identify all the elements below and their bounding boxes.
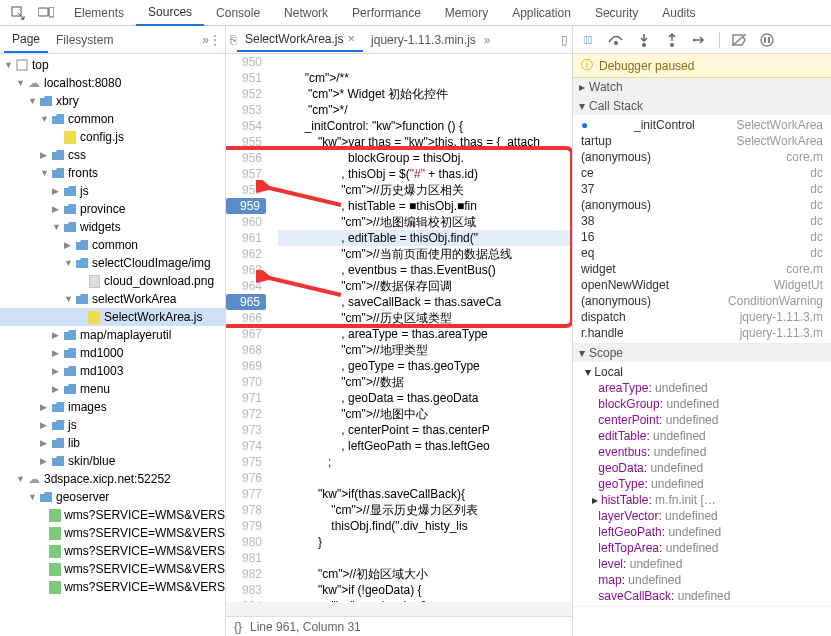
- gutter-line[interactable]: 955: [226, 134, 262, 150]
- gutter-line[interactable]: 951: [226, 70, 262, 86]
- gutter-line[interactable]: 978: [226, 502, 262, 518]
- tree-twisty-icon[interactable]: ▶: [52, 384, 62, 394]
- step-over-icon[interactable]: [607, 31, 625, 49]
- scope-variable[interactable]: map: undefined: [577, 572, 827, 588]
- gutter-line[interactable]: 960: [226, 214, 262, 230]
- gutter-line[interactable]: 967: [226, 326, 262, 342]
- tree-node[interactable]: ▼widgets: [0, 218, 225, 236]
- code-line[interactable]: "cm">//地图编辑校初区域: [278, 214, 572, 230]
- code-line[interactable]: _initControl: "kw">function () {: [278, 118, 572, 134]
- code-editor[interactable]: 9509519529539549559569579589599609619629…: [226, 54, 572, 602]
- gutter-line[interactable]: 971: [226, 390, 262, 406]
- scope-variable[interactable]: geoType: undefined: [577, 476, 827, 492]
- close-icon[interactable]: ×: [347, 31, 355, 46]
- gutter-line[interactable]: 982: [226, 566, 262, 582]
- more-files-icon[interactable]: »: [484, 33, 491, 47]
- scope-variable[interactable]: areaType: undefined: [577, 380, 827, 396]
- file-tree[interactable]: ▼top▼☁localhost:8080▼xbry▼commonconfig.j…: [0, 54, 225, 636]
- topnav-tab-elements[interactable]: Elements: [62, 0, 136, 26]
- tree-twisty-icon[interactable]: ▶: [40, 402, 50, 412]
- code-line[interactable]: "cm">//历史区域类型: [278, 310, 572, 326]
- callstack-frame[interactable]: _initControlSelectWorkArea: [577, 117, 827, 133]
- gutter-line[interactable]: 973: [226, 422, 262, 438]
- scope-variable[interactable]: blockGroup: undefined: [577, 396, 827, 412]
- code-line[interactable]: "kw">if(thas.saveCallBack){: [278, 486, 572, 502]
- gutter-line[interactable]: 968: [226, 342, 262, 358]
- file-tab[interactable]: jquery-1.11.3.min.js: [363, 28, 484, 52]
- code-line[interactable]: "cm">* Widget 初始化控件: [278, 86, 572, 102]
- scope-variable[interactable]: ▸ histTable: m.fn.init […: [577, 492, 827, 508]
- code-line[interactable]: [278, 54, 572, 70]
- code-line[interactable]: , leftGeoPath = thas.leftGeo: [278, 438, 572, 454]
- nav-back-icon[interactable]: ⎘: [230, 33, 237, 47]
- code-line[interactable]: ;: [278, 454, 572, 470]
- callstack-frame[interactable]: tartupSelectWorkArea: [577, 133, 827, 149]
- tree-node[interactable]: ▶md1003: [0, 362, 225, 380]
- inspect-icon[interactable]: [6, 1, 30, 25]
- callstack-frame[interactable]: openNewWidgetWidgetUt: [577, 277, 827, 293]
- topnav-tab-network[interactable]: Network: [272, 0, 340, 26]
- tree-node[interactable]: ▼common: [0, 110, 225, 128]
- gutter-line[interactable]: 963: [226, 262, 262, 278]
- scope-variable[interactable]: leftGeoPath: undefined: [577, 524, 827, 540]
- code-line[interactable]: "kw">var level = 2;: [278, 598, 572, 602]
- topnav-tab-sources[interactable]: Sources: [136, 0, 204, 26]
- gutter-line[interactable]: 969: [226, 358, 262, 374]
- code-line[interactable]: "cm">//地理类型: [278, 342, 572, 358]
- tree-twisty-icon[interactable]: ▶: [40, 150, 50, 160]
- tree-twisty-icon[interactable]: ▶: [52, 204, 62, 214]
- left-tab-page[interactable]: Page: [4, 27, 48, 53]
- code-line[interactable]: [278, 470, 572, 486]
- pause-exceptions-icon[interactable]: [758, 31, 776, 49]
- tree-node[interactable]: ▼top: [0, 56, 225, 74]
- tree-twisty-icon[interactable]: ▶: [64, 240, 74, 250]
- tree-twisty-icon[interactable]: ▼: [64, 294, 74, 304]
- scope-variable[interactable]: editTable: undefined: [577, 428, 827, 444]
- code-line[interactable]: "cm">//初始区域大小: [278, 566, 572, 582]
- gutter-line[interactable]: 984: [226, 598, 262, 602]
- tree-node[interactable]: SelectWorkArea.js: [0, 308, 225, 326]
- callstack-frame[interactable]: dispatchjquery-1.11.3.m: [577, 309, 827, 325]
- scope-section[interactable]: ▾Scope ▾ Local areaType: undefined block…: [573, 344, 831, 607]
- gutter-line[interactable]: 981: [226, 550, 262, 566]
- deactivate-bp-icon[interactable]: [730, 31, 748, 49]
- scope-variable[interactable]: saveCallBack: undefined: [577, 588, 827, 604]
- file-tab[interactable]: SelectWorkArea.js×: [237, 28, 363, 52]
- callstack-frame[interactable]: cedc: [577, 165, 827, 181]
- tree-node[interactable]: ▼xbry: [0, 92, 225, 110]
- tree-node[interactable]: ▼selectCloudImage/img: [0, 254, 225, 272]
- callstack-frame[interactable]: 16dc: [577, 229, 827, 245]
- callstack-frame[interactable]: (anonymous)dc: [577, 197, 827, 213]
- gutter-line[interactable]: 954: [226, 118, 262, 134]
- tree-node[interactable]: ▶js: [0, 416, 225, 434]
- callstack-section[interactable]: ▾Call Stack _initControlSelectWorkAreata…: [573, 97, 831, 344]
- topnav-tab-performance[interactable]: Performance: [340, 0, 433, 26]
- callstack-frame[interactable]: r.handlejquery-1.11.3.m: [577, 325, 827, 341]
- gutter-line[interactable]: 975: [226, 454, 262, 470]
- tree-node[interactable]: config.js: [0, 128, 225, 146]
- more-tabs-icon[interactable]: »: [202, 33, 209, 47]
- scope-variable[interactable]: centerPoint: undefined: [577, 412, 827, 428]
- gutter-line[interactable]: 965: [226, 294, 266, 310]
- scope-variable[interactable]: eventbus: undefined: [577, 444, 827, 460]
- gutter-line[interactable]: 956: [226, 150, 262, 166]
- left-tab-filesystem[interactable]: Filesystem: [48, 27, 121, 53]
- code-line[interactable]: , histTable = ■thisObj.■fin: [278, 198, 572, 214]
- code-line[interactable]: , saveCallBack = thas.saveCa: [278, 294, 572, 310]
- tree-node[interactable]: wms?SERVICE=WMS&VERS: [0, 542, 225, 560]
- tree-node[interactable]: ▶css: [0, 146, 225, 164]
- tree-twisty-icon[interactable]: ▶: [40, 420, 50, 430]
- code-line[interactable]: "cm">//数据: [278, 374, 572, 390]
- tree-node[interactable]: wms?SERVICE=WMS&VERS: [0, 506, 225, 524]
- callstack-frame[interactable]: eqdc: [577, 245, 827, 261]
- code-line[interactable]: , thisObj = $("#" + thas.id): [278, 166, 572, 182]
- gutter-line[interactable]: 952: [226, 86, 262, 102]
- tree-twisty-icon[interactable]: ▶: [52, 366, 62, 376]
- scope-variable[interactable]: level: undefined: [577, 556, 827, 572]
- resume-icon[interactable]: ▶⃓: [579, 31, 597, 49]
- code-line[interactable]: "cm">//地图中心: [278, 406, 572, 422]
- tree-node[interactable]: ▼geoserver: [0, 488, 225, 506]
- step-into-icon[interactable]: [635, 31, 653, 49]
- code-line[interactable]: "cm">/**: [278, 70, 572, 86]
- scope-variable[interactable]: geoData: undefined: [577, 460, 827, 476]
